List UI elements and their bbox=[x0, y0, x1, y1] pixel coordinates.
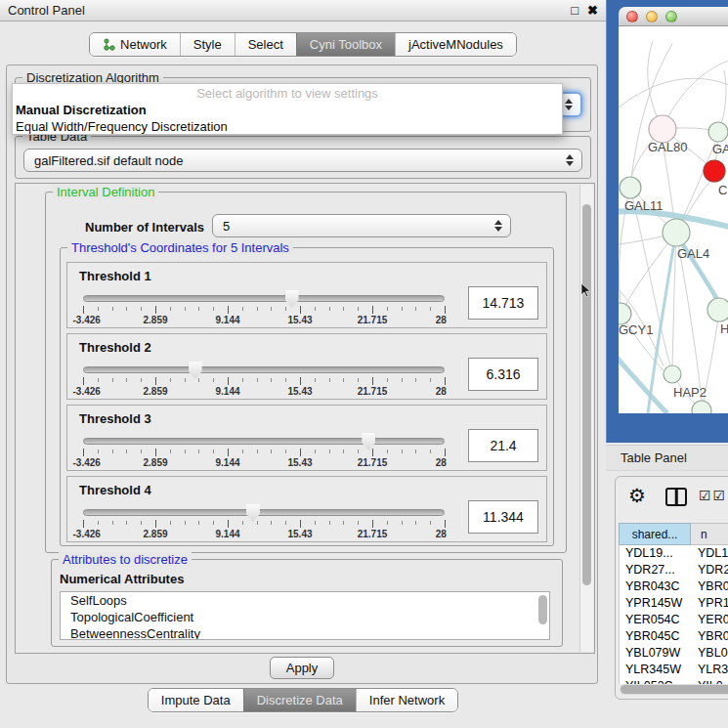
table-horizontal-scrollbar[interactable] bbox=[620, 684, 728, 695]
node-gal11 bbox=[620, 177, 641, 198]
column-header-name[interactable]: n bbox=[691, 523, 728, 545]
node-gcy1 bbox=[619, 303, 631, 324]
tab-cyni-toolbox[interactable]: Cyni Toolbox bbox=[296, 33, 395, 56]
tab-select[interactable]: Select bbox=[235, 33, 296, 56]
node-red-selected bbox=[704, 160, 725, 182]
node-partial-top-right bbox=[708, 122, 728, 142]
checkbox-icons[interactable]: ☑☑ bbox=[699, 488, 727, 503]
algorithm-dropdown-popup: Select algorithm to view settings Manual… bbox=[12, 83, 563, 135]
group-title: Threshold's Coordinates for 5 Intervals bbox=[67, 240, 293, 255]
mouse-cursor bbox=[580, 283, 592, 297]
node-label: GAL11 bbox=[624, 198, 664, 213]
threshold-slider-1[interactable]: -3.426 2.859 9.144 15.43 21.715 28 bbox=[83, 290, 445, 327]
node-label: H bbox=[720, 321, 728, 336]
slider-track[interactable] bbox=[83, 509, 445, 516]
numerical-attributes-label: Numerical Attributes bbox=[60, 572, 184, 586]
list-item[interactable]: SelfLoops bbox=[61, 592, 549, 609]
settings-scroll-panel: Interval Definition Number of Intervals … bbox=[15, 183, 595, 654]
tab-label: Network bbox=[120, 37, 167, 52]
threshold-label: Threshold 1 bbox=[79, 269, 151, 283]
threshold-value-field[interactable]: 14.713 bbox=[468, 286, 538, 320]
node-gal80 bbox=[649, 115, 676, 143]
cyni-content-panel: Discretization Algorithm Select algorith… bbox=[6, 64, 598, 684]
threshold-slider-2[interactable]: -3.426 2.859 9.144 15.43 21.715 28 bbox=[83, 362, 445, 399]
slider-track[interactable] bbox=[83, 366, 445, 373]
threshold-panel-3: Threshold 3 -3.426 2.859 9.144 15.43 bbox=[66, 405, 547, 471]
apply-button[interactable]: Apply bbox=[270, 657, 334, 679]
top-tab-bar: Network Style Select Cyni Toolbox jActiv… bbox=[0, 32, 606, 57]
table-row[interactable]: YBL079WYBL0 bbox=[620, 645, 728, 662]
screen: Control Panel □ ✖ Network Style Select bbox=[0, 0, 728, 728]
threshold-coordinates-group: Threshold's Coordinates for 5 Intervals … bbox=[60, 247, 554, 546]
num-intervals-spinner[interactable]: 5 bbox=[212, 214, 511, 237]
threshold-value-field[interactable]: 11.344 bbox=[468, 500, 538, 534]
threshold-value-field[interactable]: 21.4 bbox=[468, 429, 538, 462]
slider-ticks bbox=[83, 520, 445, 529]
panel-title: Control Panel bbox=[8, 3, 562, 18]
list-scrollbar[interactable] bbox=[538, 595, 547, 624]
node-label: GAL4 bbox=[677, 246, 709, 261]
table-row[interactable]: YLR345WYLR3 bbox=[620, 662, 728, 678]
slider-ticks bbox=[83, 306, 445, 315]
panel-scrollbar-thumb[interactable] bbox=[582, 204, 591, 585]
tab-impute-data[interactable]: Impute Data bbox=[149, 689, 243, 711]
table-row[interactable]: YBR043CYBR0 bbox=[620, 578, 728, 595]
tab-discretize-data[interactable]: Discretize Data bbox=[243, 689, 356, 711]
control-panel: Control Panel □ ✖ Network Style Select bbox=[0, 0, 606, 728]
minimize-traffic-light[interactable] bbox=[646, 11, 658, 22]
dropdown-placeholder: Select algorithm to view settings bbox=[13, 85, 562, 102]
threshold-slider-4[interactable]: -3.426 2.859 9.144 15.43 21.715 28 bbox=[83, 504, 445, 541]
slider-track[interactable] bbox=[83, 438, 445, 445]
attributes-to-discretize-group: Attributes to discretize Numerical Attri… bbox=[51, 559, 563, 647]
slider-tick-labels: -3.426 2.859 9.144 15.43 21.715 28 bbox=[83, 529, 445, 540]
threshold-panel-2: Threshold 2 -3.426 2.859 9.144 15.43 bbox=[66, 333, 547, 400]
network-window-titlebar[interactable] bbox=[619, 7, 728, 26]
table-body: YDL19...YDL1 YDR27...YDR2 YBR043CYBR0 YP… bbox=[619, 545, 728, 684]
table-data-select[interactable]: galFiltered.sif default node bbox=[23, 149, 582, 172]
close-traffic-light[interactable] bbox=[626, 11, 638, 22]
panel-scrollbar[interactable] bbox=[579, 185, 593, 652]
close-icon[interactable]: ✖ bbox=[587, 3, 598, 18]
control-panel-titlebar: Control Panel □ ✖ bbox=[0, 0, 606, 21]
table-row[interactable]: YPR145WYPR1 bbox=[620, 595, 728, 612]
tab-infer-network[interactable]: Infer Network bbox=[356, 689, 457, 711]
tab-style[interactable]: Style bbox=[180, 33, 235, 56]
zoom-traffic-light[interactable] bbox=[665, 11, 677, 22]
node-gal4 bbox=[663, 219, 690, 246]
column-header-shared-name[interactable]: shared... bbox=[619, 523, 691, 545]
columns-icon[interactable] bbox=[665, 488, 687, 506]
node-hap2 bbox=[664, 365, 681, 383]
numerical-attributes-list[interactable]: SelfLoops TopologicalCoefficient Between… bbox=[60, 591, 550, 640]
spinner-arrows-icon bbox=[564, 99, 573, 110]
table-row[interactable]: YER054CYER0 bbox=[620, 612, 728, 628]
table-row[interactable]: YDL19...YDL1 bbox=[620, 545, 728, 562]
slider-tick-labels: -3.426 2.859 9.144 15.43 21.715 28 bbox=[83, 315, 445, 326]
spinner-arrows-icon bbox=[565, 154, 574, 166]
threshold-panel-4: Threshold 4 -3.426 2.859 9.144 15.43 bbox=[66, 476, 547, 542]
table-header-row: shared... n bbox=[619, 523, 728, 545]
slider-ticks bbox=[83, 377, 445, 386]
threshold-slider-3[interactable]: -3.426 2.859 9.144 15.43 21.715 28 bbox=[83, 433, 445, 470]
dropdown-option-equal-width[interactable]: Equal Width/Frequency Discretization bbox=[13, 118, 562, 135]
float-icon[interactable]: □ bbox=[571, 3, 578, 18]
threshold-value-field[interactable]: 6.316 bbox=[468, 358, 538, 391]
node-bottom bbox=[692, 401, 711, 413]
network-canvas[interactable]: GAL80 GA C GAL11 GAL4 GCY1 H HAP2 bbox=[619, 26, 728, 413]
tab-jactivemnodules[interactable]: jActiveMNodules bbox=[395, 33, 516, 56]
dropdown-option-manual[interactable]: Manual Discretization bbox=[13, 102, 562, 118]
node-label: HAP2 bbox=[673, 385, 707, 400]
bottom-tab-bar: Impute Data Discretize Data Infer Networ… bbox=[0, 688, 606, 712]
gear-icon[interactable]: ⚙ bbox=[628, 484, 646, 507]
table-data-selected: galFiltered.sif default node bbox=[34, 153, 183, 168]
table-row[interactable]: YDR27...YDR2 bbox=[620, 562, 728, 578]
network-window: GAL80 GA C GAL11 GAL4 GCY1 H HAP2 bbox=[606, 0, 728, 443]
tab-network[interactable]: Network bbox=[90, 33, 180, 56]
list-item[interactable]: TopologicalCoefficient bbox=[61, 609, 549, 625]
list-item[interactable]: BetweennessCentrality bbox=[61, 625, 549, 640]
slider-track[interactable] bbox=[83, 295, 445, 302]
table-horizontal-scrollbar-thumb[interactable] bbox=[621, 685, 728, 694]
node-label: C bbox=[718, 183, 727, 197]
slider-tick-labels: -3.426 2.859 9.144 15.43 21.715 28 bbox=[83, 386, 445, 398]
table-data-group: Table Data galFiltered.sif default node bbox=[15, 136, 591, 179]
table-row[interactable]: YBR045CYBR0 bbox=[620, 628, 728, 645]
